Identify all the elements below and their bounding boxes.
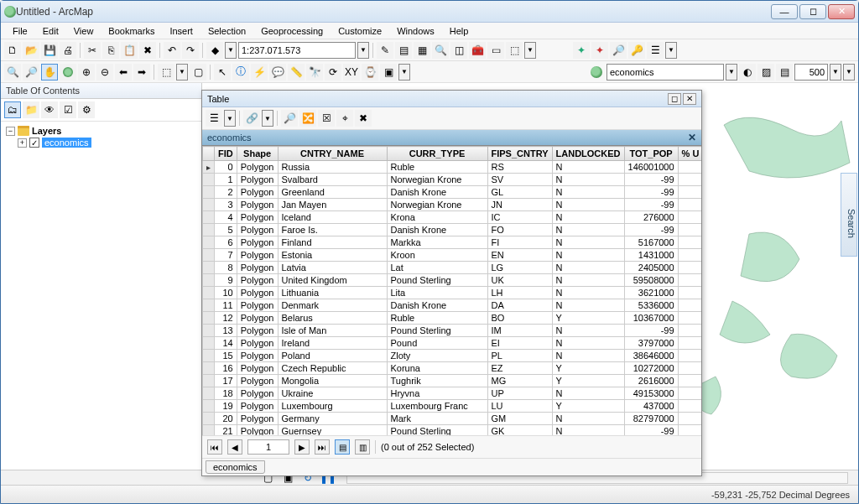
- cell[interactable]: Polygon: [237, 350, 278, 362]
- nav-prev-button[interactable]: ◀: [227, 439, 242, 455]
- expand-icon[interactable]: +: [18, 138, 27, 148]
- cell[interactable]: 8: [215, 262, 237, 274]
- select-by-attributes-icon[interactable]: 🔎: [281, 110, 298, 127]
- menu-windows[interactable]: Windows: [390, 24, 441, 38]
- cell[interactable]: Lithuania: [278, 287, 387, 299]
- model-builder-icon[interactable]: ⬚: [506, 42, 523, 59]
- menu-edit[interactable]: Edit: [36, 24, 65, 38]
- cell[interactable]: [678, 224, 701, 236]
- row-selector[interactable]: [203, 337, 215, 350]
- cell[interactable]: Zloty: [387, 350, 487, 362]
- cell[interactable]: Polygon: [237, 274, 278, 287]
- cell[interactable]: 146001000: [624, 161, 678, 174]
- tools-overflow-2[interactable]: ▼: [843, 64, 855, 81]
- add-data-button[interactable]: ◆: [206, 42, 223, 59]
- cell[interactable]: Danish Krone: [387, 186, 487, 199]
- cell[interactable]: N: [552, 199, 624, 211]
- cell[interactable]: Polygon: [237, 312, 278, 325]
- table-row[interactable]: 12PolygonBelarusRubleBOY10367000: [203, 312, 702, 325]
- cell[interactable]: -99: [624, 199, 678, 211]
- measure-icon[interactable]: 📏: [288, 64, 305, 81]
- cell[interactable]: Guernsey: [278, 425, 387, 436]
- cell[interactable]: Polygon: [237, 337, 278, 350]
- col-landlocked[interactable]: LANDLOCKED: [552, 147, 624, 161]
- scale-input[interactable]: [238, 42, 356, 59]
- table-row[interactable]: 15PolygonPolandZlotyPLN38646000: [203, 350, 702, 362]
- cell[interactable]: [678, 312, 701, 325]
- cell[interactable]: 4: [215, 211, 237, 224]
- go-to-xy-icon[interactable]: XY: [343, 64, 360, 81]
- cell[interactable]: Pound: [387, 337, 487, 350]
- cell[interactable]: [678, 161, 701, 174]
- show-selected-records-icon[interactable]: ▥: [355, 439, 370, 455]
- menu-insert[interactable]: Insert: [163, 24, 200, 38]
- cell[interactable]: Luxembourg Franc: [387, 400, 487, 413]
- cell[interactable]: 17: [215, 375, 237, 387]
- arccatalog-icon[interactable]: ◫: [450, 42, 467, 59]
- cell[interactable]: [678, 325, 701, 337]
- add-data-dropdown[interactable]: ▼: [225, 42, 237, 59]
- row-selector[interactable]: [203, 211, 215, 224]
- cell[interactable]: Polygon: [237, 211, 278, 224]
- fixed-zoom-out-icon[interactable]: ⊖: [96, 64, 113, 81]
- cell[interactable]: 7: [215, 249, 237, 262]
- cell[interactable]: Lat: [387, 262, 487, 274]
- cell[interactable]: [678, 249, 701, 262]
- cell[interactable]: 38646000: [624, 350, 678, 362]
- cell[interactable]: [678, 274, 701, 287]
- cell[interactable]: Mongolia: [278, 375, 387, 387]
- menu-bookmarks[interactable]: Bookmarks: [102, 24, 161, 38]
- new-button[interactable]: 🗋: [4, 42, 21, 59]
- cell[interactable]: Y: [552, 312, 624, 325]
- row-selector[interactable]: [203, 262, 215, 274]
- row-selector[interactable]: [203, 186, 215, 199]
- attribute-grid[interactable]: FID Shape CNTRY_NAME CURR_TYPE FIPS_CNTR…: [202, 146, 701, 435]
- cell[interactable]: UK: [487, 274, 552, 287]
- cell[interactable]: Jan Mayen: [278, 199, 387, 211]
- cell[interactable]: Greenland: [278, 186, 387, 199]
- cell[interactable]: Polygon: [237, 224, 278, 236]
- select-features-icon[interactable]: ⬚: [158, 64, 174, 81]
- row-selector[interactable]: [203, 161, 215, 174]
- cell[interactable]: -99: [624, 325, 678, 337]
- row-selector[interactable]: [203, 199, 215, 211]
- table-row[interactable]: 18PolygonUkraineHryvnaUPN49153000: [203, 387, 702, 400]
- cell[interactable]: United Kingdom: [278, 274, 387, 287]
- cell[interactable]: N: [552, 425, 624, 436]
- row-selector[interactable]: [203, 274, 215, 287]
- cell[interactable]: Ireland: [278, 337, 387, 350]
- tree-root[interactable]: − Layers: [6, 125, 196, 137]
- close-button[interactable]: ✕: [828, 4, 855, 19]
- cell[interactable]: PL: [487, 350, 552, 362]
- cell[interactable]: [678, 362, 701, 375]
- cell[interactable]: Pound Sterling: [387, 425, 487, 436]
- related-tables-dropdown[interactable]: ▼: [262, 110, 273, 127]
- nav-first-button[interactable]: ⏮: [207, 439, 222, 455]
- cell[interactable]: EI: [487, 337, 552, 350]
- list-by-drawing-order-icon[interactable]: 🗂: [4, 101, 21, 118]
- cell[interactable]: Mark: [387, 413, 487, 425]
- row-selector[interactable]: [203, 362, 215, 375]
- cell[interactable]: N: [552, 413, 624, 425]
- col-tot-pop[interactable]: TOT_POP: [624, 147, 678, 161]
- save-button[interactable]: 💾: [41, 42, 58, 59]
- menu-selection[interactable]: Selection: [201, 24, 252, 38]
- hyperlink-icon[interactable]: ⚡: [251, 64, 268, 81]
- fixed-zoom-in-icon[interactable]: ⊕: [78, 64, 95, 81]
- table-row[interactable]: 0PolygonRussiaRubleRSN146001000: [203, 161, 702, 174]
- list-by-source-icon[interactable]: 📁: [23, 101, 39, 118]
- table-row[interactable]: 21PolygonGuernseyPound SterlingGKN-99: [203, 425, 702, 436]
- row-selector[interactable]: [203, 375, 215, 387]
- cell[interactable]: Latvia: [278, 262, 387, 274]
- add-xy-icon[interactable]: ✦: [573, 42, 590, 59]
- cell[interactable]: Faroe Is.: [278, 224, 387, 236]
- cell[interactable]: Y: [552, 362, 624, 375]
- cell[interactable]: Polygon: [237, 186, 278, 199]
- col-fips-cntry[interactable]: FIPS_CNTRY: [487, 147, 552, 161]
- redo-button[interactable]: ↷: [182, 42, 199, 59]
- cell[interactable]: 437000: [624, 400, 678, 413]
- cell[interactable]: N: [552, 287, 624, 299]
- col-cntry-name[interactable]: CNTRY_NAME: [278, 147, 387, 161]
- row-selector[interactable]: [203, 312, 215, 325]
- menu-geoprocessing[interactable]: Geoprocessing: [254, 24, 330, 38]
